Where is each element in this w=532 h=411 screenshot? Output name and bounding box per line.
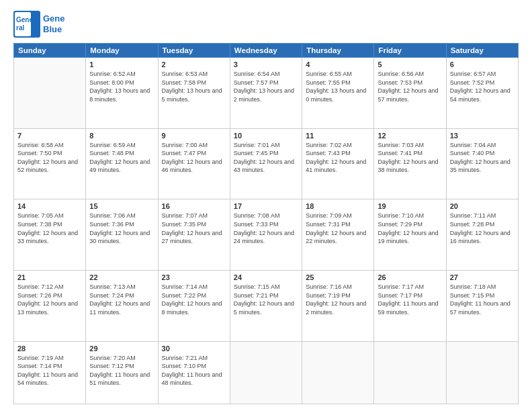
day-number: 25: [306, 273, 370, 281]
day-info: Sunrise: 7:19 AMSunset: 7:14 PMDaylight:…: [17, 354, 82, 387]
day-info: Sunrise: 7:17 AMSunset: 7:17 PMDaylight:…: [378, 283, 442, 316]
day-info: Sunrise: 7:11 AMSunset: 7:28 PMDaylight:…: [450, 212, 515, 245]
day-number: 27: [450, 273, 515, 281]
day-info: Sunrise: 7:02 AMSunset: 7:43 PMDaylight:…: [306, 141, 370, 175]
day-number: 4: [306, 60, 370, 68]
day-info: Sunrise: 6:59 AMSunset: 7:48 PMDaylight:…: [89, 141, 154, 175]
svg-text:Gene: Gene: [16, 16, 33, 24]
day-cell: 10Sunrise: 7:01 AMSunset: 7:45 PMDayligh…: [230, 128, 302, 199]
day-cell: 19Sunrise: 7:10 AMSunset: 7:29 PMDayligh…: [374, 199, 446, 271]
day-cell: 25Sunrise: 7:16 AMSunset: 7:19 PMDayligh…: [302, 271, 374, 342]
day-info: Sunrise: 6:56 AMSunset: 7:53 PMDaylight:…: [378, 70, 442, 103]
day-number: 18: [306, 202, 370, 210]
day-number: 5: [378, 60, 442, 68]
day-info: Sunrise: 7:06 AMSunset: 7:36 PMDaylight:…: [89, 212, 154, 245]
day-cell: 15Sunrise: 7:06 AMSunset: 7:36 PMDayligh…: [86, 199, 158, 271]
day-number: 14: [17, 202, 82, 210]
day-info: Sunrise: 7:15 AMSunset: 7:21 PMDaylight:…: [234, 283, 298, 316]
day-number: 13: [450, 132, 515, 140]
day-cell: 11Sunrise: 7:02 AMSunset: 7:43 PMDayligh…: [302, 128, 374, 199]
day-info: Sunrise: 7:03 AMSunset: 7:41 PMDaylight:…: [378, 141, 442, 175]
day-info: Sunrise: 7:18 AMSunset: 7:15 PMDaylight:…: [450, 283, 515, 316]
day-info: Sunrise: 7:07 AMSunset: 7:35 PMDaylight:…: [162, 212, 226, 245]
day-cell: 26Sunrise: 7:17 AMSunset: 7:17 PMDayligh…: [374, 271, 446, 342]
day-cell: 13Sunrise: 7:04 AMSunset: 7:40 PMDayligh…: [446, 128, 518, 199]
day-cell: 17Sunrise: 7:08 AMSunset: 7:33 PMDayligh…: [230, 199, 302, 271]
day-cell: 18Sunrise: 7:09 AMSunset: 7:31 PMDayligh…: [302, 199, 374, 271]
day-number: 11: [306, 132, 370, 140]
day-cell: [230, 341, 302, 404]
day-info: Sunrise: 6:53 AMSunset: 7:58 PMDaylight:…: [162, 70, 226, 103]
header: GeneralGeneBlue: [13, 11, 519, 38]
day-number: 9: [162, 132, 226, 140]
weekday-header: Sunday: [14, 44, 86, 58]
day-info: Sunrise: 7:14 AMSunset: 7:22 PMDaylight:…: [162, 283, 226, 316]
day-cell: 30Sunrise: 7:21 AMSunset: 7:10 PMDayligh…: [158, 341, 230, 404]
day-cell: 2Sunrise: 6:53 AMSunset: 7:58 PMDaylight…: [158, 58, 230, 129]
day-number: 29: [89, 345, 154, 353]
day-cell: [374, 341, 446, 404]
day-info: Sunrise: 7:04 AMSunset: 7:40 PMDaylight:…: [450, 141, 515, 175]
day-number: 28: [17, 345, 82, 353]
day-number: 20: [450, 202, 515, 210]
day-number: 6: [450, 60, 515, 68]
week-row: 7Sunrise: 6:58 AMSunset: 7:50 PMDaylight…: [14, 128, 519, 199]
page: GeneralGeneBlue SundayMondayTuesdayWedne…: [0, 0, 532, 411]
day-number: 7: [17, 132, 82, 140]
weekday-header: Wednesday: [230, 44, 302, 58]
weekday-header: Saturday: [446, 44, 518, 58]
day-info: Sunrise: 7:09 AMSunset: 7:31 PMDaylight:…: [306, 212, 370, 245]
logo-svg: General: [13, 11, 40, 38]
day-info: Sunrise: 7:21 AMSunset: 7:10 PMDaylight:…: [162, 354, 226, 387]
weekday-header: Thursday: [302, 44, 374, 58]
day-number: 16: [162, 202, 226, 210]
day-cell: 14Sunrise: 7:05 AMSunset: 7:38 PMDayligh…: [14, 199, 86, 271]
day-info: Sunrise: 6:54 AMSunset: 7:57 PMDaylight:…: [234, 70, 298, 103]
day-cell: 21Sunrise: 7:12 AMSunset: 7:26 PMDayligh…: [14, 271, 86, 342]
day-number: 24: [234, 273, 298, 281]
day-number: 22: [89, 273, 154, 281]
day-number: 19: [378, 202, 442, 210]
day-cell: 23Sunrise: 7:14 AMSunset: 7:22 PMDayligh…: [158, 271, 230, 342]
day-number: 3: [234, 60, 298, 68]
day-info: Sunrise: 7:20 AMSunset: 7:12 PMDaylight:…: [89, 354, 154, 387]
day-cell: 20Sunrise: 7:11 AMSunset: 7:28 PMDayligh…: [446, 199, 518, 271]
day-cell: 3Sunrise: 6:54 AMSunset: 7:57 PMDaylight…: [230, 58, 302, 129]
day-cell: 29Sunrise: 7:20 AMSunset: 7:12 PMDayligh…: [86, 341, 158, 404]
day-number: 17: [234, 202, 298, 210]
day-info: Sunrise: 6:57 AMSunset: 7:52 PMDaylight:…: [450, 70, 515, 103]
weekday-header: Tuesday: [158, 44, 230, 58]
day-info: Sunrise: 7:12 AMSunset: 7:26 PMDaylight:…: [17, 283, 82, 316]
day-cell: 16Sunrise: 7:07 AMSunset: 7:35 PMDayligh…: [158, 199, 230, 271]
day-cell: 9Sunrise: 7:00 AMSunset: 7:47 PMDaylight…: [158, 128, 230, 199]
day-cell: 22Sunrise: 7:13 AMSunset: 7:24 PMDayligh…: [86, 271, 158, 342]
week-row: 28Sunrise: 7:19 AMSunset: 7:14 PMDayligh…: [14, 341, 519, 404]
logo: GeneralGeneBlue: [13, 11, 65, 38]
day-info: Sunrise: 6:52 AMSunset: 8:00 PMDaylight:…: [89, 70, 154, 103]
day-number: 30: [162, 345, 226, 353]
day-number: 12: [378, 132, 442, 140]
day-cell: 27Sunrise: 7:18 AMSunset: 7:15 PMDayligh…: [446, 271, 518, 342]
day-cell: 6Sunrise: 6:57 AMSunset: 7:52 PMDaylight…: [446, 58, 518, 129]
day-cell: 8Sunrise: 6:59 AMSunset: 7:48 PMDaylight…: [86, 128, 158, 199]
day-cell: [302, 341, 374, 404]
day-cell: 7Sunrise: 6:58 AMSunset: 7:50 PMDaylight…: [14, 128, 86, 199]
day-info: Sunrise: 6:58 AMSunset: 7:50 PMDaylight:…: [17, 141, 82, 175]
weekday-header-row: SundayMondayTuesdayWednesdayThursdayFrid…: [14, 44, 519, 58]
day-number: 8: [89, 132, 154, 140]
week-row: 1Sunrise: 6:52 AMSunset: 8:00 PMDaylight…: [14, 58, 519, 129]
day-cell: 5Sunrise: 6:56 AMSunset: 7:53 PMDaylight…: [374, 58, 446, 129]
day-info: Sunrise: 7:00 AMSunset: 7:47 PMDaylight:…: [162, 141, 226, 175]
day-number: 21: [17, 273, 82, 281]
day-info: Sunrise: 7:10 AMSunset: 7:29 PMDaylight:…: [378, 212, 442, 245]
day-info: Sunrise: 6:55 AMSunset: 7:55 PMDaylight:…: [306, 70, 370, 103]
day-cell: [14, 58, 86, 129]
day-number: 10: [234, 132, 298, 140]
day-cell: 28Sunrise: 7:19 AMSunset: 7:14 PMDayligh…: [14, 341, 86, 404]
day-info: Sunrise: 7:13 AMSunset: 7:24 PMDaylight:…: [89, 283, 154, 316]
day-number: 23: [162, 273, 226, 281]
weekday-header: Monday: [86, 44, 158, 58]
calendar-table: SundayMondayTuesdayWednesdayThursdayFrid…: [13, 43, 519, 404]
day-info: Sunrise: 7:16 AMSunset: 7:19 PMDaylight:…: [306, 283, 370, 316]
day-cell: 4Sunrise: 6:55 AMSunset: 7:55 PMDaylight…: [302, 58, 374, 129]
